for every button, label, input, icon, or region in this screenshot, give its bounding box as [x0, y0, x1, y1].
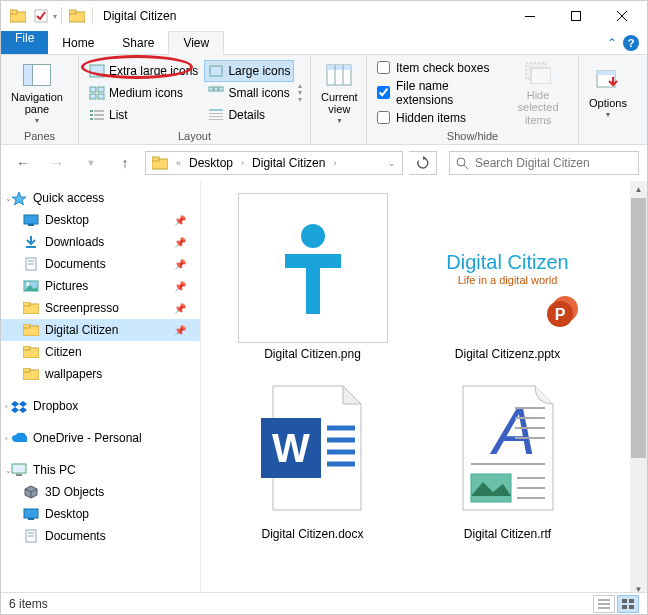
tab-file[interactable]: File — [1, 31, 48, 54]
tab-home[interactable]: Home — [48, 31, 108, 54]
file-list[interactable]: Digital Citizen.png Digital Citizen Life… — [201, 181, 647, 598]
nav-dropbox[interactable]: ›Dropbox — [1, 395, 200, 417]
breadcrumb-desktop[interactable]: Desktop — [185, 156, 237, 170]
history-dropdown-icon[interactable]: ⌄ — [388, 158, 400, 168]
layout-extra-large-icons[interactable]: Extra large icons — [85, 60, 202, 82]
file-thumbnail: W — [238, 373, 388, 523]
layout-scroll-down-icon[interactable]: ▼ — [296, 89, 303, 96]
expand-icon[interactable]: › — [5, 402, 8, 411]
layout-more-icon[interactable]: ▼ — [296, 96, 303, 103]
layout-details[interactable]: Details — [204, 104, 294, 126]
svg-rect-12 — [98, 87, 104, 92]
chevron-right-icon[interactable]: › — [237, 158, 248, 168]
details-icon — [208, 108, 224, 122]
nav-documents-2[interactable]: Documents — [1, 525, 200, 547]
svg-rect-10 — [210, 66, 222, 76]
pin-icon: 📌 — [174, 303, 186, 314]
nav-pictures[interactable]: Pictures📌 — [1, 275, 200, 297]
downloads-icon — [23, 235, 39, 249]
file-item[interactable]: Digital Citizen Life in a digital world … — [420, 193, 595, 361]
folder-icon — [23, 323, 39, 337]
chevron-icon[interactable]: « — [172, 158, 185, 168]
chevron-right-icon[interactable]: › — [329, 158, 340, 168]
nav-3d-objects[interactable]: 3D Objects — [1, 481, 200, 503]
maximize-button[interactable] — [553, 1, 599, 31]
svg-point-39 — [457, 158, 465, 166]
search-input[interactable]: Search Digital Citizen — [449, 151, 639, 175]
nav-wallpapers[interactable]: wallpapers — [1, 363, 200, 385]
nav-desktop[interactable]: Desktop📌 — [1, 209, 200, 231]
file-item[interactable]: W Digital Citizen.docx — [225, 373, 400, 541]
nav-digital-citizen[interactable]: Digital Citizen📌 — [1, 319, 200, 341]
svg-point-48 — [27, 283, 30, 286]
folder-icon — [23, 367, 39, 381]
expand-icon[interactable]: ⌄ — [5, 194, 12, 203]
medium-icons-icon — [89, 86, 105, 100]
svg-rect-8 — [23, 64, 32, 85]
properties-icon[interactable] — [30, 5, 52, 27]
layout-large-icons[interactable]: Large icons — [204, 60, 294, 82]
up-button[interactable]: ↑ — [111, 149, 139, 177]
nav-onedrive[interactable]: ›OneDrive - Personal — [1, 427, 200, 449]
pin-icon: 📌 — [174, 237, 186, 248]
collapse-ribbon-icon[interactable]: ⌃ — [607, 36, 617, 50]
status-bar: 6 items — [1, 592, 647, 614]
file-item[interactable]: A Digital Citizen.rtf — [420, 373, 595, 541]
tab-view[interactable]: View — [168, 31, 224, 55]
nav-documents[interactable]: Documents📌 — [1, 253, 200, 275]
nav-downloads[interactable]: Downloads📌 — [1, 231, 200, 253]
item-check-boxes-checkbox[interactable]: Item check boxes — [377, 61, 496, 75]
layout-scroll-up-icon[interactable]: ▲ — [296, 82, 303, 89]
svg-rect-54 — [23, 346, 30, 350]
nav-quick-access[interactable]: ⌄ Quick access — [1, 187, 200, 209]
minimize-button[interactable] — [507, 1, 553, 31]
svg-rect-19 — [94, 110, 104, 112]
scroll-up-icon[interactable]: ▲ — [630, 181, 647, 198]
window-title: Digital Citizen — [97, 9, 176, 23]
nav-this-pc[interactable]: ⌄This PC — [1, 459, 200, 481]
layout-list[interactable]: List — [85, 104, 202, 126]
scrollbar-thumb[interactable] — [631, 198, 646, 458]
svg-rect-13 — [90, 94, 96, 99]
svg-rect-5 — [525, 16, 535, 17]
documents-icon — [23, 529, 39, 543]
breadcrumb-digital-citizen[interactable]: Digital Citizen — [248, 156, 329, 170]
svg-text:W: W — [272, 426, 310, 470]
svg-rect-14 — [98, 94, 104, 99]
forward-button[interactable]: → — [43, 149, 71, 177]
nav-citizen[interactable]: Citizen — [1, 341, 200, 363]
expand-icon[interactable]: › — [5, 434, 8, 443]
nav-desktop-2[interactable]: Desktop — [1, 503, 200, 525]
recent-locations-button[interactable]: ▼ — [77, 149, 105, 177]
vertical-scrollbar[interactable]: ▲ ▼ — [630, 181, 647, 598]
svg-rect-22 — [90, 118, 93, 120]
back-button[interactable]: ← — [9, 149, 37, 177]
group-current-view: Current view ▼ — [311, 55, 367, 144]
refresh-button[interactable] — [409, 151, 437, 175]
group-show-hide: Item check boxes File name extensions Hi… — [367, 55, 579, 144]
close-button[interactable] — [599, 1, 645, 31]
file-name-extensions-checkbox[interactable]: File name extensions — [377, 79, 496, 107]
svg-rect-50 — [23, 302, 30, 306]
svg-rect-27 — [209, 119, 223, 120]
large-icons-view-button[interactable] — [617, 595, 639, 613]
tab-share[interactable]: Share — [108, 31, 168, 54]
breadcrumb[interactable]: « Desktop › Digital Citizen › ⌄ — [145, 151, 403, 175]
file-thumbnail: A — [433, 373, 583, 523]
expand-icon[interactable]: ⌄ — [5, 466, 12, 475]
hidden-items-checkbox[interactable]: Hidden items — [377, 111, 496, 125]
layout-medium-icons[interactable]: Medium icons — [85, 82, 202, 104]
navigation-pane-button[interactable]: Navigation pane ▼ — [5, 59, 69, 127]
navigation-pane[interactable]: ⌄ Quick access Desktop📌 Downloads📌 Docum… — [1, 181, 201, 598]
details-view-button[interactable] — [593, 595, 615, 613]
file-thumbnail: Digital Citizen Life in a digital world … — [433, 193, 583, 343]
nav-screenpresso[interactable]: Screenpresso📌 — [1, 297, 200, 319]
file-item[interactable]: Digital Citizen.png — [225, 193, 400, 361]
current-view-button[interactable]: Current view ▼ — [315, 59, 364, 127]
folder-icon[interactable] — [7, 5, 29, 27]
help-icon[interactable]: ? — [623, 35, 639, 51]
item-count: 6 items — [9, 597, 48, 611]
options-button[interactable]: Options ▼ — [583, 65, 633, 121]
folder-icon — [23, 345, 39, 359]
layout-small-icons[interactable]: Small icons — [204, 82, 294, 104]
